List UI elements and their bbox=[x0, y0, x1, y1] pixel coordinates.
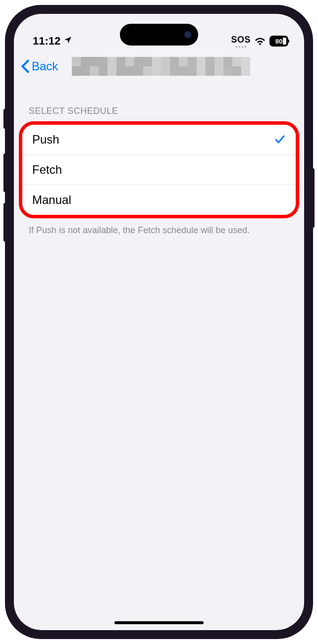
dynamic-island bbox=[120, 24, 198, 46]
location-icon bbox=[63, 35, 72, 48]
status-right: SOS 80 bbox=[231, 35, 288, 48]
option-label: Manual bbox=[32, 193, 71, 207]
power-button bbox=[312, 168, 315, 228]
option-label: Fetch bbox=[32, 163, 62, 177]
wifi-icon bbox=[254, 36, 266, 46]
option-label: Push bbox=[32, 133, 59, 147]
home-indicator[interactable] bbox=[114, 621, 204, 624]
navigation-bar: Back bbox=[14, 50, 304, 82]
option-push[interactable]: Push bbox=[22, 125, 296, 154]
sos-indicator: SOS bbox=[231, 35, 251, 48]
mute-switch bbox=[3, 109, 6, 129]
section-footer: If Push is not available, the Fetch sche… bbox=[14, 218, 304, 243]
section-header: SELECT SCHEDULE bbox=[14, 106, 304, 121]
status-left: 11:12 bbox=[33, 35, 72, 48]
battery-icon: 80 bbox=[269, 36, 288, 47]
page-title-redacted bbox=[72, 57, 250, 76]
chevron-left-icon bbox=[21, 59, 30, 73]
option-manual[interactable]: Manual bbox=[22, 185, 296, 215]
back-button[interactable]: Back bbox=[21, 59, 58, 73]
option-fetch[interactable]: Fetch bbox=[22, 154, 296, 185]
front-camera-icon bbox=[184, 31, 191, 38]
highlight-annotation: Push Fetch Manual bbox=[19, 121, 299, 218]
content: SELECT SCHEDULE Push Fetch Manual bbox=[14, 82, 304, 243]
schedule-options-list: Push Fetch Manual bbox=[22, 125, 296, 215]
back-label: Back bbox=[32, 59, 58, 73]
screen: 11:12 SOS 80 bbox=[14, 14, 304, 630]
status-time: 11:12 bbox=[33, 35, 60, 48]
volume-up-button bbox=[3, 153, 6, 192]
volume-down-button bbox=[3, 203, 6, 242]
checkmark-icon bbox=[274, 134, 286, 146]
phone-frame: 11:12 SOS 80 bbox=[5, 5, 313, 639]
